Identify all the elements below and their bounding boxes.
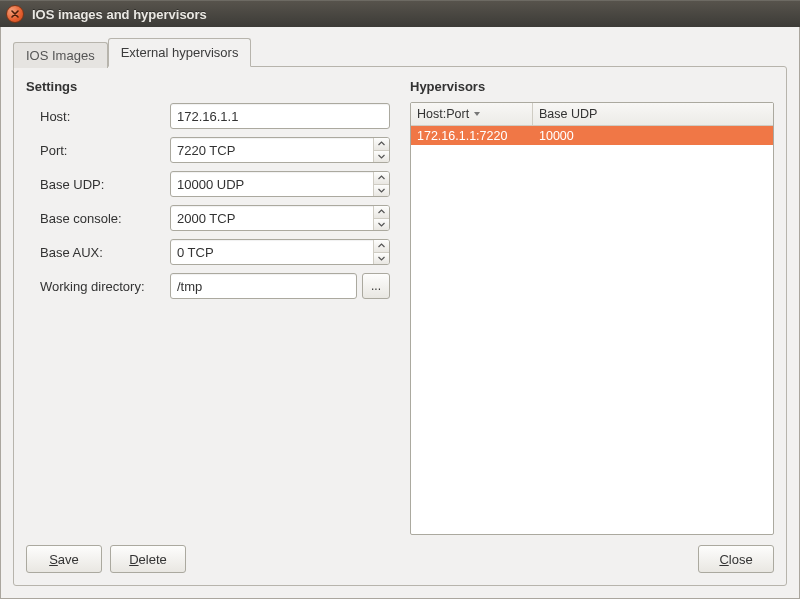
settings-section: Settings Host: Port: [26, 77, 390, 535]
settings-title: Settings [26, 79, 390, 94]
host-input[interactable] [170, 103, 390, 129]
tab-ios-images[interactable]: IOS Images [13, 42, 108, 68]
close-rest: lose [729, 552, 753, 567]
base-aux-label: Base AUX: [40, 245, 170, 260]
hypervisors-section: Hypervisors Host:Port Base UDP 172.1 [410, 77, 774, 535]
row-port: Port: [40, 136, 390, 164]
button-row: Save Delete Close [26, 545, 774, 573]
chevron-up-icon [378, 141, 385, 146]
row-workdir: Working directory: ... [40, 272, 390, 300]
base-aux-input[interactable] [171, 240, 373, 264]
delete-button[interactable]: Delete [110, 545, 186, 573]
column-hostport[interactable]: Host:Port [411, 103, 533, 125]
sort-indicator-icon [473, 111, 481, 117]
chevron-up-icon [378, 243, 385, 248]
delete-rest: elete [139, 552, 167, 567]
base-console-input[interactable] [171, 206, 373, 230]
base-console-spin[interactable] [170, 205, 390, 231]
port-input[interactable] [171, 138, 373, 162]
row-base-console: Base console: [40, 204, 390, 232]
column-hostport-label: Host:Port [417, 107, 469, 121]
chevron-down-icon [378, 154, 385, 159]
chevron-down-icon [378, 222, 385, 227]
table-row[interactable]: 172.16.1.1:7220 10000 [411, 126, 773, 145]
cell-baseudp: 10000 [533, 129, 773, 143]
port-spin-down[interactable] [374, 151, 389, 163]
tabs-bar: IOS Images External hypervisors [13, 37, 787, 66]
close-mnemonic: C [719, 552, 728, 567]
base-console-label: Base console: [40, 211, 170, 226]
base-console-spin-buttons [373, 206, 389, 230]
chevron-up-icon [378, 209, 385, 214]
row-base-aux: Base AUX: [40, 238, 390, 266]
save-mnemonic: S [49, 552, 58, 567]
base-udp-spin-down[interactable] [374, 185, 389, 197]
close-icon [11, 10, 19, 18]
panel-body: Settings Host: Port: [26, 77, 774, 535]
hypervisors-title: Hypervisors [410, 79, 774, 94]
settings-form: Host: Port: [26, 102, 390, 300]
port-spin[interactable] [170, 137, 390, 163]
port-label: Port: [40, 143, 170, 158]
hypervisors-header: Host:Port Base UDP [411, 103, 773, 126]
base-aux-spin-up[interactable] [374, 240, 389, 253]
column-baseudp[interactable]: Base UDP [533, 103, 773, 125]
base-udp-input[interactable] [171, 172, 373, 196]
close-button[interactable]: Close [698, 545, 774, 573]
row-base-udp: Base UDP: [40, 170, 390, 198]
row-host: Host: [40, 102, 390, 130]
delete-mnemonic: D [129, 552, 138, 567]
port-spin-buttons [373, 138, 389, 162]
base-aux-spin[interactable] [170, 239, 390, 265]
base-console-spin-up[interactable] [374, 206, 389, 219]
hypervisors-body: 172.16.1.1:7220 10000 [411, 126, 773, 534]
titlebar: IOS images and hypervisors [0, 0, 800, 27]
chevron-up-icon [378, 175, 385, 180]
base-udp-spin-up[interactable] [374, 172, 389, 185]
base-aux-spin-buttons [373, 240, 389, 264]
base-udp-spin[interactable] [170, 171, 390, 197]
workdir-browse-button[interactable]: ... [362, 273, 390, 299]
port-spin-up[interactable] [374, 138, 389, 151]
column-baseudp-label: Base UDP [539, 107, 597, 121]
workdir-input[interactable] [170, 273, 357, 299]
spacer [194, 545, 690, 573]
tab-external-hypervisors[interactable]: External hypervisors [108, 38, 252, 67]
base-udp-label: Base UDP: [40, 177, 170, 192]
base-console-spin-down[interactable] [374, 219, 389, 231]
client-area: IOS Images External hypervisors Settings… [0, 27, 800, 599]
host-label: Host: [40, 109, 170, 124]
window-close-button[interactable] [6, 5, 24, 23]
workdir-label: Working directory: [40, 279, 170, 294]
tab-panel-external-hypervisors: Settings Host: Port: [13, 66, 787, 586]
window-title: IOS images and hypervisors [32, 7, 207, 22]
cell-hostport: 172.16.1.1:7220 [411, 129, 533, 143]
hypervisors-tree[interactable]: Host:Port Base UDP 172.16.1.1:7220 10000 [410, 102, 774, 535]
save-button[interactable]: Save [26, 545, 102, 573]
chevron-down-icon [378, 188, 385, 193]
save-rest: ave [58, 552, 79, 567]
base-udp-spin-buttons [373, 172, 389, 196]
base-aux-spin-down[interactable] [374, 253, 389, 265]
chevron-down-icon [378, 256, 385, 261]
